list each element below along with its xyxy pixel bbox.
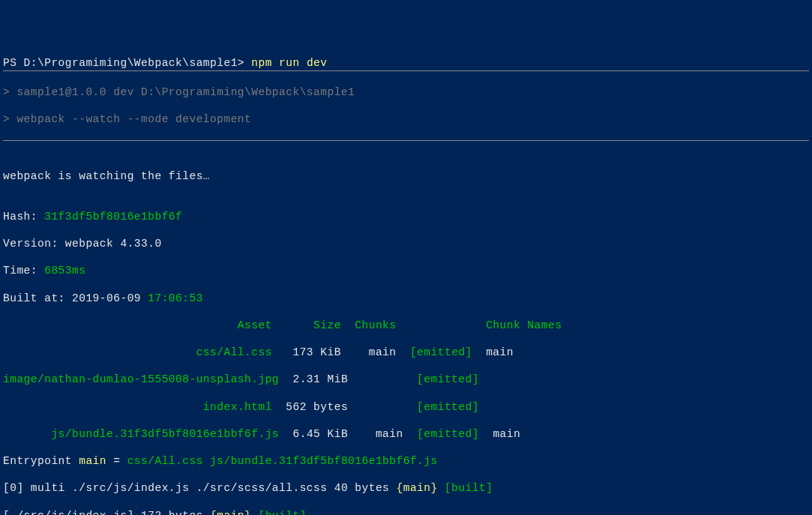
asset-chunk: main — [369, 346, 397, 358]
built-at-label: Built at: — [3, 292, 72, 304]
hash-value: 31f3df5bf8016e1bbf6f — [44, 211, 182, 223]
equals: = — [106, 455, 127, 467]
asset-size: 2.31 MiB — [292, 373, 348, 385]
hash-label: Hash: — [3, 211, 44, 223]
module-size: 172 bytes — [134, 510, 210, 515]
watch-message: webpack is watching the files… — [3, 169, 809, 183]
asset-status: [emitted] — [417, 401, 479, 413]
asset-name: index.html — [203, 401, 272, 413]
header-asset: Asset — [238, 319, 272, 331]
time-line: Time: 6853ms — [3, 264, 809, 277]
asset-status: [emitted] — [410, 346, 472, 358]
module-path: multi ./src/js/index.js ./src/scss/all.s… — [31, 482, 328, 494]
asset-size: 6.45 KiB — [292, 428, 348, 440]
module-row: [./src/js/index.js] 172 bytes {main} [bu… — [3, 509, 809, 515]
asset-row: image/nathan-dumlao-1555008-unsplash.jpg… — [3, 373, 809, 386]
asset-chunk-name: main — [493, 428, 520, 440]
module-chunk: {main} — [397, 482, 438, 494]
separator — [3, 140, 809, 141]
module-idx: [0] — [3, 482, 31, 494]
module-status: [built] — [438, 482, 493, 494]
header-chunk-names: Chunk Names — [486, 319, 562, 331]
header-size: Size — [313, 319, 341, 331]
built-at-date: 2019-06-09 — [72, 292, 148, 304]
time-value: 6853ms — [44, 265, 85, 277]
asset-size: 173 KiB — [292, 346, 340, 358]
asset-name: css/All.css — [196, 346, 272, 358]
module-row: [0] multi ./src/js/index.js ./src/scss/a… — [3, 481, 809, 495]
asset-name: image/nathan-dumlao-1555008-unsplash.jpg — [3, 373, 279, 385]
header-chunks: Chunks — [355, 319, 396, 331]
cwd-path: D:\Programiming\Webpack\sample1> — [24, 57, 244, 69]
asset-table-header: Asset Size Chunks Chunk Names — [3, 319, 809, 332]
version-label: Version: — [3, 238, 65, 250]
npm-script-line: > sample1@1.0.0 dev D:\Programiming\Webp… — [3, 85, 809, 99]
npm-script-line: > webpack --watch --mode development — [3, 112, 809, 126]
module-status: [built] — [251, 510, 307, 515]
separator — [3, 70, 809, 71]
module-path: [./src/js/index.js] — [3, 510, 134, 515]
asset-status: [emitted] — [417, 428, 479, 440]
entrypoint-name: main — [79, 455, 106, 467]
asset-chunk: main — [376, 428, 403, 440]
asset-status: [emitted] — [417, 373, 479, 385]
built-at-time: 17:06:53 — [148, 292, 203, 304]
asset-chunk-name: main — [486, 346, 514, 358]
version-line: Version: webpack 4.33.0 — [3, 237, 809, 250]
asset-row: index.html 562 bytes [emitted] — [3, 400, 809, 414]
version-value: webpack 4.33.0 — [65, 238, 162, 250]
module-chunk: {main} — [210, 510, 251, 515]
entrypoint-line: Entrypoint main = css/All.css js/bundle.… — [3, 454, 809, 468]
asset-row: css/All.css 173 KiB main [emitted] main — [3, 346, 809, 359]
module-size: 40 bytes — [327, 482, 396, 494]
ps-prefix: PS — [3, 57, 24, 69]
prompt-line: PS D:\Programiming\Webpack\sample1> npm … — [3, 56, 809, 70]
hash-line: Hash: 31f3df5bf8016e1bbf6f — [3, 210, 809, 223]
terminal-output[interactable]: PS D:\Programiming\Webpack\sample1> npm … — [3, 56, 809, 516]
asset-size: 562 bytes — [286, 401, 348, 413]
time-label: Time: — [3, 265, 44, 277]
asset-row: js/bundle.31f3df5bf8016e1bbf6f.js 6.45 K… — [3, 427, 809, 441]
entrypoint-label: Entrypoint — [3, 455, 79, 467]
entrypoint-files: css/All.css js/bundle.31f3df5bf8016e1bbf… — [127, 455, 438, 467]
built-at-line: Built at: 2019-06-09 17:06:53 — [3, 292, 809, 305]
asset-name: js/bundle.31f3df5bf8016e1bbf6f.js — [51, 428, 279, 440]
command: npm run dev — [251, 57, 327, 69]
